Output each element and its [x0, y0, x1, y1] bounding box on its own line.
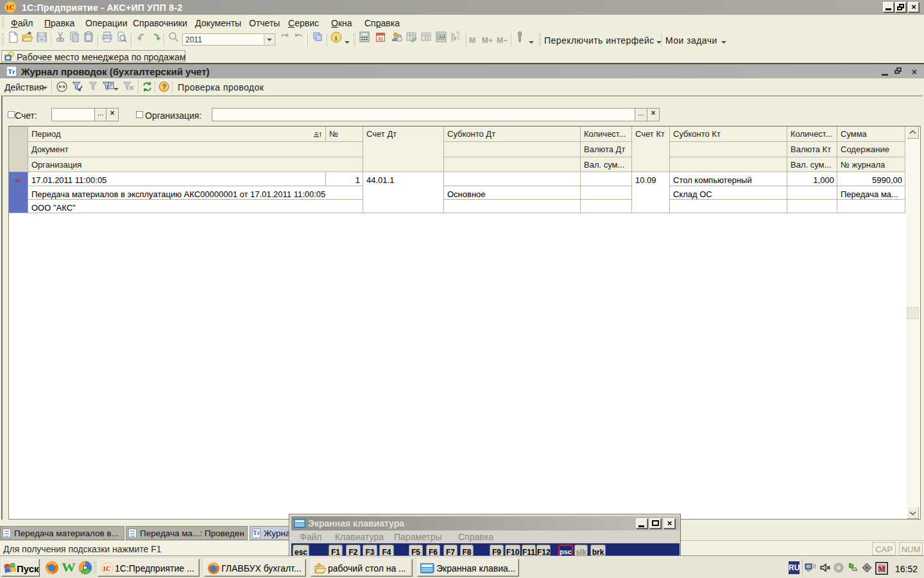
- svg-text:АИ: АИ: [439, 35, 445, 39]
- svg-text:31: 31: [378, 36, 383, 42]
- svg-text:W: W: [62, 561, 76, 574]
- svg-text:M: M: [878, 565, 886, 574]
- svg-text:i: i: [335, 34, 337, 42]
- svg-text:?: ?: [162, 83, 167, 91]
- svg-text:Тг: Тг: [8, 67, 15, 75]
- svg-text:1С: 1С: [6, 3, 15, 11]
- svg-text:Кт: Кт: [15, 179, 21, 183]
- svg-text:1С: 1С: [103, 565, 110, 572]
